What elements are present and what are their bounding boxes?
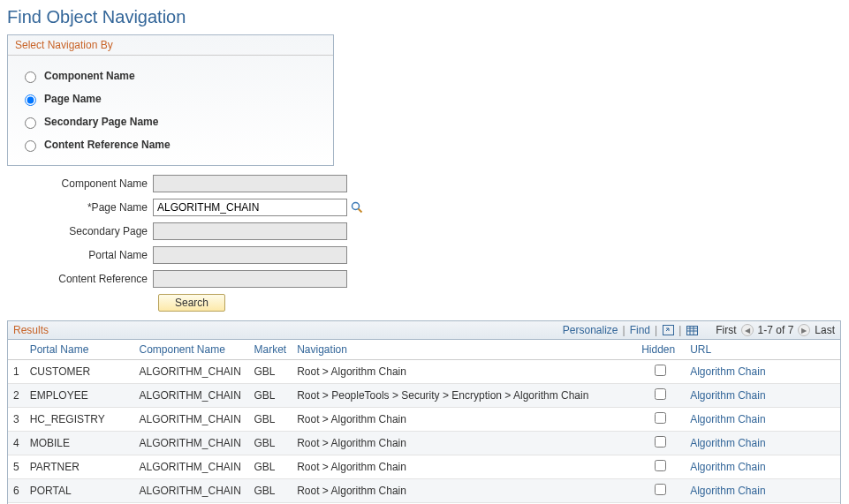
cell-portal: MOBILE [25, 432, 134, 455]
cell-navigation: Root > Algorithm Chain [292, 360, 636, 384]
hidden-checkbox[interactable] [655, 412, 666, 424]
col-market-header[interactable]: Market [254, 343, 287, 356]
results-grid: Results Personalize | Find | | First ◀ 1… [7, 320, 841, 504]
col-navigation-header[interactable]: Navigation [297, 343, 347, 356]
portal-name-input[interactable] [153, 246, 347, 264]
cell-component: ALGORITHM_CHAIN [134, 360, 249, 384]
row-index: 5 [8, 455, 25, 479]
cell-hidden [636, 432, 685, 455]
component-name-input[interactable] [153, 175, 347, 192]
results-toolbar: Personalize | Find | | First ◀ 1-7 of 7 … [563, 324, 835, 336]
table-row: 3HC_REGISTRYALGORITHM_CHAINGBLRoot > Alg… [8, 408, 840, 432]
svg-line-1 [359, 209, 362, 213]
nav-by-label-cref: Content Reference Name [44, 139, 171, 151]
cell-hidden [636, 455, 685, 479]
table-row: 4MOBILEALGORITHM_CHAINGBLRoot > Algorith… [8, 432, 840, 455]
url-link[interactable]: Algorithm Chain [690, 437, 765, 449]
cell-navigation: Root > Algorithm Chain [292, 455, 636, 479]
cell-navigation: Root > PeopleTools > Security > Encrypti… [292, 384, 636, 408]
row-index: 1 [8, 360, 25, 384]
cell-navigation: Root > Algorithm Chain [292, 479, 636, 503]
hidden-checkbox[interactable] [655, 436, 666, 448]
search-button[interactable]: Search [158, 294, 225, 312]
col-idx [8, 340, 25, 360]
url-link[interactable]: Algorithm Chain [690, 413, 765, 425]
cell-component: ALGORITHM_CHAIN [134, 408, 249, 432]
cell-market: GBL [249, 408, 292, 432]
personalize-link[interactable]: Personalize [563, 324, 618, 336]
next-arrow-icon[interactable]: ▶ [798, 324, 810, 336]
svg-point-0 [352, 203, 360, 210]
grid-icon[interactable] [686, 325, 698, 335]
nav-by-legend: Select Navigation By [8, 35, 333, 56]
nav-by-option-component: Component Name [20, 64, 321, 87]
sep: | [678, 324, 681, 336]
url-link[interactable]: Algorithm Chain [690, 485, 765, 497]
page-name-input[interactable] [153, 199, 347, 216]
page-title: Find Object Navigation [7, 7, 842, 27]
first-link[interactable]: First [716, 324, 736, 336]
cell-portal: EMPLOYEE [25, 384, 134, 408]
cell-url: Algorithm Chain [685, 479, 840, 503]
cell-market: GBL [249, 479, 292, 503]
cell-component: ALGORITHM_CHAIN [134, 432, 249, 455]
row-index: 2 [8, 384, 25, 408]
portal-name-label: Portal Name [7, 249, 153, 261]
last-link[interactable]: Last [815, 324, 835, 336]
secondary-page-label: Secondary Page [7, 225, 153, 237]
hidden-checkbox[interactable] [655, 460, 666, 471]
cell-portal: PARTNER [25, 455, 134, 479]
row-index: 6 [8, 479, 25, 503]
url-link[interactable]: Algorithm Chain [690, 389, 765, 402]
row-index: 4 [8, 432, 25, 455]
row-index: 3 [8, 408, 25, 432]
cell-market: GBL [249, 432, 292, 455]
col-portal-header[interactable]: Portal Name [30, 343, 89, 356]
results-title: Results [13, 324, 49, 336]
col-hidden-header[interactable]: Hidden [641, 343, 675, 356]
url-link[interactable]: Algorithm Chain [690, 365, 765, 378]
nav-by-option-cref: Content Reference Name [20, 133, 321, 156]
cell-hidden [636, 360, 685, 384]
nav-by-option-secondary: Secondary Page Name [20, 110, 321, 133]
nav-by-groupbox: Select Navigation By Component NamePage … [7, 34, 334, 166]
results-table: Portal Name Component Name Market Naviga… [8, 340, 840, 504]
cell-navigation: Root > Algorithm Chain [292, 408, 636, 432]
cell-url: Algorithm Chain [685, 360, 840, 384]
col-url-header[interactable]: URL [690, 343, 711, 356]
content-reference-input[interactable] [153, 270, 347, 288]
col-component-header[interactable]: Component Name [140, 343, 225, 356]
nav-by-radio-page[interactable] [25, 94, 36, 106]
cell-portal: HC_REGISTRY [25, 408, 134, 432]
cell-url: Algorithm Chain [685, 408, 840, 432]
cell-market: GBL [249, 384, 292, 408]
hidden-checkbox[interactable] [655, 388, 666, 400]
cell-market: GBL [249, 360, 292, 384]
cell-market: GBL [249, 455, 292, 479]
cell-component: ALGORITHM_CHAIN [134, 479, 249, 503]
find-link[interactable]: Find [630, 324, 650, 336]
prev-arrow-icon[interactable]: ◀ [741, 324, 754, 336]
cell-navigation: Root > Algorithm Chain [292, 432, 636, 455]
search-form: Component Name *Page Name Secondary Page… [7, 175, 842, 312]
nav-by-label-page: Page Name [44, 93, 102, 105]
hidden-checkbox[interactable] [655, 484, 666, 495]
nav-by-radio-component[interactable] [25, 71, 36, 83]
cell-url: Algorithm Chain [685, 384, 840, 408]
nav-by-radio-secondary[interactable] [25, 117, 36, 129]
hidden-checkbox[interactable] [655, 365, 666, 376]
nav-by-label-secondary: Secondary Page Name [44, 116, 158, 128]
nav-by-label-component: Component Name [44, 70, 135, 82]
table-row: 6PORTALALGORITHM_CHAINGBLRoot > Algorith… [8, 479, 840, 503]
table-row: 5PARTNERALGORITHM_CHAINGBLRoot > Algorit… [8, 455, 840, 479]
table-row: 2EMPLOYEEALGORITHM_CHAINGBLRoot > People… [8, 384, 840, 408]
lookup-icon[interactable] [351, 201, 363, 214]
sep: | [655, 324, 657, 336]
table-row: 1CUSTOMERALGORITHM_CHAINGBLRoot > Algori… [8, 360, 840, 384]
url-link[interactable]: Algorithm Chain [690, 461, 765, 473]
secondary-page-input[interactable] [153, 222, 347, 240]
nav-by-radio-cref[interactable] [25, 140, 36, 152]
zoom-icon[interactable] [662, 325, 674, 335]
range-text: 1-7 of 7 [758, 324, 794, 336]
nav-by-option-page: Page Name [20, 87, 321, 110]
